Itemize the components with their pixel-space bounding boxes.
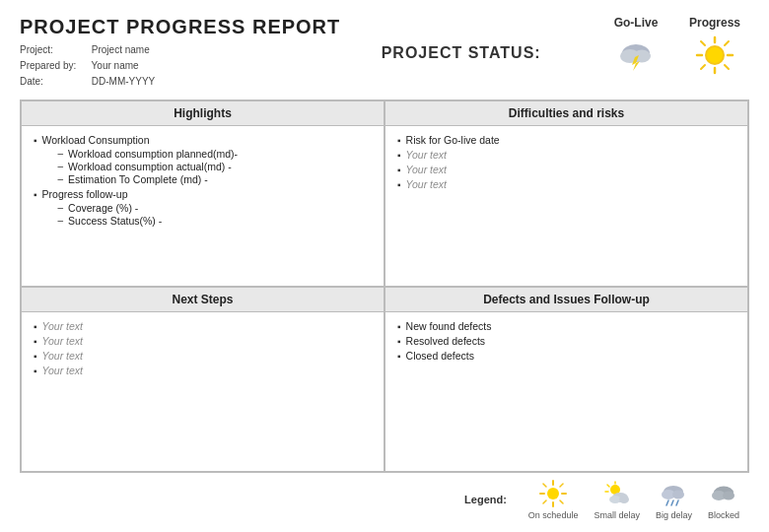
sun-svg	[693, 33, 736, 77]
highlights-panel: Highlights ▪ Workload Consumption – Work…	[21, 100, 384, 287]
next-step-3: ▪ Your text	[34, 365, 372, 376]
difficulty-item-2: ▪ Your text	[397, 164, 735, 175]
def-bullet-1: ▪	[397, 336, 401, 347]
legend-small-delay-label: Small delay	[594, 510, 640, 520]
svg-line-25	[607, 485, 609, 487]
highlights-body: ▪ Workload Consumption – Workload consum…	[22, 126, 384, 286]
svg-line-11	[701, 65, 705, 69]
legend-on-schedule-label: On schedule	[528, 510, 579, 520]
next-step-2: ▪ Your text	[34, 350, 372, 362]
difficulty-item-3: ▪ Your text	[397, 178, 735, 190]
highlights-header: Highlights	[22, 101, 384, 126]
next-step-0-text: Your text	[42, 320, 83, 332]
svg-line-34	[671, 500, 673, 505]
subitem-1-2: – Workload consumption actual(md) -	[58, 161, 239, 172]
date-value: DD-MM-YYYY	[92, 76, 155, 87]
difficulties-header: Difficulties and risks	[385, 101, 747, 126]
next-steps-panel: Next Steps ▪ Your text ▪ Your text ▪ You…	[21, 287, 384, 473]
project-label: Project:	[20, 42, 89, 58]
project-value: Project name	[92, 44, 150, 55]
defect-1-text: Resolved defects	[406, 335, 486, 347]
svg-point-32	[672, 491, 684, 499]
storm-icon	[614, 33, 658, 77]
main-grid: Highlights ▪ Workload Consumption – Work…	[20, 100, 749, 473]
bullet-2: ▪	[34, 189, 37, 200]
svg-line-35	[676, 500, 678, 505]
next-steps-body: ▪ Your text ▪ Your text ▪ Your text ▪ Yo…	[22, 312, 384, 472]
svg-line-21	[543, 500, 546, 503]
prepared-label: Prepared by:	[20, 58, 89, 74]
svg-line-10	[725, 41, 729, 45]
svg-line-9	[725, 65, 729, 69]
svg-line-8	[701, 41, 705, 45]
header-left: PROJECT PROGRESS REPORT Project: Project…	[20, 16, 340, 90]
status-cards: Go-Live Progress	[601, 16, 749, 77]
svg-point-22	[547, 488, 559, 499]
ns-bullet-0: ▪	[34, 321, 37, 332]
next-steps-header: Next Steps	[22, 288, 384, 312]
highlight-2-text: Progress follow-up	[42, 188, 128, 200]
def-bullet-2: ▪	[397, 351, 401, 362]
highlight-2-subitems: – Coverage (%) - – Success Status(%) -	[42, 202, 163, 227]
legend-footer: Legend: On schedule	[20, 473, 749, 522]
defects-panel: Defects and Issues Follow-up ▪ New found…	[384, 287, 748, 473]
bullet-1: ▪	[34, 135, 37, 146]
legend-on-schedule: On schedule	[528, 479, 579, 520]
highlight-1-text: Workload Consumption	[42, 134, 150, 146]
subitem-2-1: – Coverage (%) -	[58, 202, 163, 214]
header-meta: Project: Project name Prepared by: Your …	[20, 42, 340, 90]
date-label: Date:	[20, 74, 89, 90]
defect-0-text: New found defects	[406, 320, 492, 332]
diff-bullet-1: ▪	[397, 150, 401, 161]
next-steps-list: ▪ Your text ▪ Your text ▪ Your text ▪ Yo…	[34, 320, 372, 376]
dash-2-1: –	[58, 202, 64, 213]
legend-blocked-label: Blocked	[708, 510, 739, 520]
subitem-2-2: – Success Status(%) -	[58, 215, 163, 227]
ns-bullet-1: ▪	[34, 336, 37, 347]
difficulty-2-text: Your text	[406, 164, 447, 175]
defects-list: ▪ New found defects ▪ Resolved defects ▪…	[397, 320, 735, 362]
subitem-1-3: – Estimation To Complete (md) -	[58, 173, 239, 185]
difficulties-body: ▪ Risk for Go-live date ▪ Your text ▪ Yo…	[385, 126, 747, 286]
legend-big-delay-label: Big delay	[656, 510, 692, 520]
subitem-1-2-text: Workload consumption actual(md) -	[68, 161, 232, 172]
defects-header: Defects and Issues Follow-up	[385, 288, 747, 312]
svg-line-18	[543, 484, 546, 487]
next-step-0: ▪ Your text	[34, 320, 372, 332]
legend-blocked: Blocked	[708, 479, 739, 520]
svg-line-19	[560, 500, 563, 503]
highlight-1-subitems: – Workload consumption planned(md)- – Wo…	[42, 148, 239, 185]
svg-line-20	[560, 484, 563, 487]
status-label: PROJECT STATUS:	[382, 44, 541, 62]
legend-rain-icon	[659, 479, 688, 508]
difficulty-1-text: Your text	[406, 149, 447, 161]
highlight-item-2-content: Progress follow-up – Coverage (%) - – Su…	[42, 188, 163, 228]
svg-point-38	[723, 492, 734, 500]
dash-1-1: –	[58, 148, 64, 159]
next-step-1-text: Your text	[42, 335, 83, 347]
diff-bullet-2: ▪	[397, 165, 401, 175]
svg-point-29	[619, 496, 629, 503]
page: PROJECT PROGRESS REPORT Project: Project…	[0, 0, 769, 532]
def-bullet-0: ▪	[397, 321, 401, 332]
subitem-1-3-text: Estimation To Complete (md) -	[68, 173, 208, 185]
highlight-item-1-content: Workload Consumption – Workload consumpt…	[42, 134, 239, 186]
project-row: Project: Project name	[20, 42, 340, 58]
legend-cloud-icon	[709, 479, 738, 508]
prepared-value: Your name	[92, 60, 139, 71]
highlights-list: ▪ Workload Consumption – Workload consum…	[34, 134, 372, 228]
dash-2-2: –	[58, 215, 64, 226]
difficulty-item-1: ▪ Your text	[397, 149, 735, 161]
subitem-1-1: – Workload consumption planned(md)-	[58, 148, 239, 160]
header: PROJECT PROGRESS REPORT Project: Project…	[20, 16, 749, 90]
next-step-3-text: Your text	[42, 365, 83, 376]
report-title: PROJECT PROGRESS REPORT	[20, 16, 340, 38]
defect-2-text: Closed defects	[406, 350, 474, 362]
next-step-2-text: Your text	[42, 350, 83, 362]
difficulty-item-0: ▪ Risk for Go-live date	[397, 134, 735, 146]
legend-sun-icon	[538, 479, 568, 508]
ns-bullet-2: ▪	[34, 351, 37, 362]
difficulty-0-text: Risk for Go-live date	[406, 134, 500, 146]
svg-point-13	[707, 47, 723, 63]
defect-item-1: ▪ Resolved defects	[397, 335, 735, 347]
